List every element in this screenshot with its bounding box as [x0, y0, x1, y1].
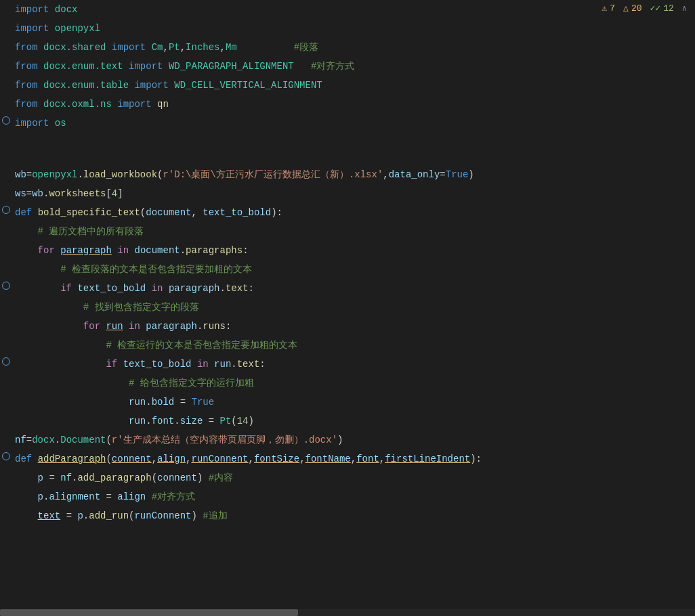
line-content-26: p = nf.add_paragraph(connent) #内容 — [12, 469, 695, 487]
code-line-21: # 给包含指定文字的运行加粗 — [0, 374, 695, 393]
gutter-dot-12 — [2, 206, 10, 214]
line-content-13: # 遍历文档中的所有段落 — [12, 223, 695, 240]
code-line-7: import os — [0, 114, 695, 133]
warning-count: 7 — [610, 3, 615, 14]
code-line-27: p.alignment = align #对齐方式 — [0, 487, 695, 506]
line-content-15: # 检查段落的文本是否包含指定要加粗的文本 — [12, 261, 695, 278]
code-line-20: if text_to_bold in run.text: — [0, 355, 695, 374]
gutter-12 — [0, 204, 12, 214]
gutter-dot-16 — [2, 282, 10, 290]
code-line-5: from docx.enum.table import WD_CELL_VERT… — [0, 76, 695, 95]
code-line-8 — [0, 133, 695, 149]
code-line-24: nf=docx.Document(r'生产成本总结（空内容带页眉页脚，勿删）.d… — [0, 431, 695, 449]
code-line-4: from docx.enum.text import WD_PARAGRAPH_… — [0, 57, 695, 76]
line-content-2: import openpyxl — [12, 20, 695, 37]
gutter-dot-7 — [2, 116, 10, 125]
warning-icon: ⚠ — [602, 3, 607, 14]
code-line-2: import openpyxl — [0, 19, 695, 38]
code-line-6: from docx.oxml.ns import qn — [0, 95, 695, 114]
gutter-20 — [0, 355, 12, 366]
code-line-17: # 找到包含指定文字的段落 — [0, 298, 695, 317]
line-content-1: import docx — [12, 1, 695, 18]
line-content-6: from docx.oxml.ns import qn — [12, 95, 695, 113]
code-line-9 — [0, 149, 695, 165]
ok-icon: ✓✓ — [650, 3, 661, 14]
code-line-3: from docx.shared import Cm,Pt,Inches,Mm … — [0, 38, 695, 57]
warning-badge: ⚠ 7 — [602, 3, 615, 14]
line-content-16: if text_to_bold in paragraph.text: — [12, 280, 695, 297]
gutter-16 — [0, 280, 12, 290]
line-content-10: wb=openpyxl.load_workbook(r'D:\桌面\方正污水厂运… — [12, 166, 695, 183]
line-content-20: if text_to_bold in run.text: — [12, 355, 695, 373]
code-line-16: if text_to_bold in paragraph.text: — [0, 279, 695, 298]
code-line-26: p = nf.add_paragraph(connent) #内容 — [0, 468, 695, 487]
code-line-28: text = p.add_run(runConnent) #追加 — [0, 506, 695, 525]
scrollbar-thumb[interactable] — [0, 609, 298, 616]
line-content-5: from docx.enum.table import WD_CELL_VERT… — [12, 76, 695, 94]
info-badge: △ 20 — [623, 3, 641, 14]
line-content-17: # 找到包含指定文字的段落 — [12, 299, 695, 316]
code-line-1: import docx — [0, 0, 695, 19]
code-line-15: # 检查段落的文本是否包含指定要加粗的文本 — [0, 260, 695, 279]
line-content-22: run.bold = True — [12, 393, 695, 411]
info-count: 20 — [631, 3, 642, 14]
line-content-11: ws=wb.worksheets[4] — [12, 185, 695, 202]
line-content-19: # 检查运行的文本是否包含指定要加粗的文本 — [12, 336, 695, 354]
code-line-22: run.bold = True — [0, 393, 695, 412]
line-content-25: def addParagraph(connent,align,runConnen… — [12, 450, 695, 468]
code-line-18: for run in paragraph.runs: — [0, 317, 695, 336]
code-line-19: # 检查运行的文本是否包含指定要加粗的文本 — [0, 336, 695, 355]
line-content-24: nf=docx.Document(r'生产成本总结（空内容带页眉页脚，勿删）.d… — [12, 431, 695, 449]
info-icon: △ — [623, 3, 629, 14]
code-line-10: wb=openpyxl.load_workbook(r'D:\桌面\方正污水厂运… — [0, 165, 695, 184]
line-content-3: from docx.shared import Cm,Pt,Inches,Mm … — [12, 39, 695, 56]
line-content-18: for run in paragraph.runs: — [12, 317, 695, 335]
line-content-28: text = p.add_run(runConnent) #追加 — [12, 507, 695, 525]
ok-count: 12 — [663, 3, 674, 14]
gutter-25 — [0, 450, 12, 460]
status-bar: ⚠ 7 △ 20 ✓✓ 12 ∧ — [593, 0, 695, 16]
line-content-14: for paragraph in document.paragraphs: — [12, 242, 695, 259]
code-line-13: # 遍历文档中的所有段落 — [0, 222, 695, 241]
horizontal-scrollbar[interactable] — [0, 609, 695, 616]
line-content-21: # 给包含指定文字的运行加粗 — [12, 374, 695, 392]
code-line-12: def bold_specific_text(document, text_to… — [0, 203, 695, 222]
code-editor: ⚠ 7 △ 20 ✓✓ 12 ∧ import docx import open… — [0, 0, 695, 616]
code-line-14: for paragraph in document.paragraphs: — [0, 241, 695, 260]
line-content-12: def bold_specific_text(document, text_to… — [12, 204, 695, 221]
gutter-dot-25 — [2, 452, 10, 460]
gutter-dot-20 — [2, 357, 10, 366]
line-content-4: from docx.enum.text import WD_PARAGRAPH_… — [12, 58, 695, 75]
line-content-23: run.font.size = Pt(14) — [12, 412, 695, 430]
code-area: import docx import openpyxl from docx.sh… — [0, 0, 695, 525]
code-line-25: def addParagraph(connent,align,runConnen… — [0, 449, 695, 468]
gutter-7 — [0, 114, 12, 125]
ok-badge: ✓✓ 12 — [650, 3, 674, 14]
code-line-11: ws=wb.worksheets[4] — [0, 184, 695, 203]
line-content-27: p.alignment = align #对齐方式 — [12, 488, 695, 506]
line-content-7: import os — [12, 114, 695, 132]
code-line-23: run.font.size = Pt(14) — [0, 412, 695, 431]
chevron-up-icon[interactable]: ∧ — [682, 3, 687, 14]
